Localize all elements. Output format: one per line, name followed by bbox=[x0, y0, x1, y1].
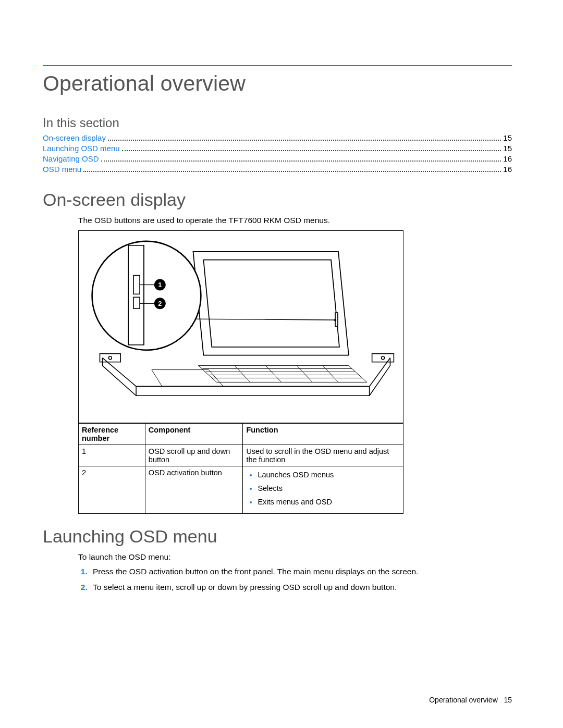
svg-line-12 bbox=[323, 366, 338, 382]
func-item: Exits menus and OSD bbox=[258, 498, 400, 506]
cell-ref: 2 bbox=[79, 466, 145, 513]
toc-page: 15 bbox=[503, 144, 512, 153]
step: To select a menu item, scroll up or down… bbox=[90, 583, 512, 592]
launch-steps: Press the OSD activation button on the f… bbox=[90, 567, 512, 592]
func-list: Launches OSD menus Selects Exits menus a… bbox=[246, 471, 400, 506]
toc-page: 16 bbox=[503, 154, 512, 163]
cell-comp: OSD scroll up and down button bbox=[145, 445, 243, 466]
svg-rect-22 bbox=[133, 275, 140, 294]
osd-figure: 1 2 bbox=[78, 230, 403, 423]
toc-list: On-screen display 15 Launching OSD menu … bbox=[43, 133, 512, 174]
toc-label: Navigating OSD bbox=[43, 154, 99, 163]
page-footer: Operational overview 15 bbox=[429, 696, 512, 704]
cell-comp: OSD activation button bbox=[145, 466, 243, 513]
top-rule bbox=[43, 65, 512, 66]
svg-point-3 bbox=[382, 356, 385, 360]
reference-table: Reference number Component Function 1 OS… bbox=[78, 423, 403, 514]
svg-marker-4 bbox=[198, 366, 366, 382]
svg-line-9 bbox=[235, 366, 250, 382]
cell-func: Launches OSD menus Selects Exits menus a… bbox=[243, 466, 403, 513]
toc-item[interactable]: On-screen display 15 bbox=[43, 133, 512, 143]
toc-label: OSD menu bbox=[43, 165, 81, 174]
toc-item[interactable]: OSD menu 16 bbox=[43, 165, 512, 174]
cell-ref: 1 bbox=[79, 445, 145, 466]
func-item: Selects bbox=[258, 484, 400, 492]
callout-two-label: 2 bbox=[158, 300, 162, 307]
toc-leader bbox=[101, 161, 501, 162]
svg-line-10 bbox=[266, 366, 282, 382]
table-row: 1 OSD scroll up and down button Used to … bbox=[79, 445, 403, 466]
th-ref: Reference number bbox=[79, 423, 145, 445]
toc-page: 15 bbox=[503, 133, 512, 142]
toc-page: 16 bbox=[503, 165, 512, 174]
th-comp: Component bbox=[145, 423, 243, 445]
toc-leader bbox=[83, 171, 501, 172]
toc-label: Launching OSD menu bbox=[43, 144, 120, 153]
table-row: 2 OSD activation button Launches OSD men… bbox=[79, 466, 403, 513]
step: Press the OSD activation button on the f… bbox=[90, 567, 512, 576]
toc-heading: In this section bbox=[43, 116, 512, 130]
svg-point-17 bbox=[92, 241, 201, 350]
footer-page: 15 bbox=[504, 696, 512, 704]
page-title: Operational overview bbox=[43, 71, 512, 96]
th-func: Function bbox=[243, 423, 403, 445]
toc-label: On-screen display bbox=[43, 133, 106, 142]
launch-intro: To launch the OSD menu: bbox=[78, 552, 512, 563]
svg-point-19 bbox=[334, 319, 336, 321]
svg-line-11 bbox=[297, 366, 312, 382]
callout-one-label: 1 bbox=[158, 281, 162, 289]
toc-leader bbox=[108, 140, 501, 141]
cell-func: Used to scroll in the OSD menu and adjus… bbox=[243, 445, 403, 466]
svg-rect-20 bbox=[128, 245, 144, 345]
toc-leader bbox=[122, 150, 501, 151]
page-content: Operational overview In this section On-… bbox=[0, 0, 563, 624]
footer-section: Operational overview bbox=[429, 696, 498, 704]
osd-intro: The OSD buttons are used to operate the … bbox=[78, 215, 512, 226]
svg-point-2 bbox=[108, 356, 112, 360]
osd-heading: On-screen display bbox=[43, 190, 512, 210]
launch-heading: Launching OSD menu bbox=[43, 526, 512, 547]
toc-item[interactable]: Navigating OSD 16 bbox=[43, 154, 512, 164]
svg-marker-14 bbox=[193, 252, 348, 355]
svg-rect-23 bbox=[133, 297, 140, 309]
osd-diagram-svg: 1 2 bbox=[79, 231, 403, 423]
func-item: Launches OSD menus bbox=[258, 471, 400, 479]
toc-item[interactable]: Launching OSD menu 15 bbox=[43, 144, 512, 153]
